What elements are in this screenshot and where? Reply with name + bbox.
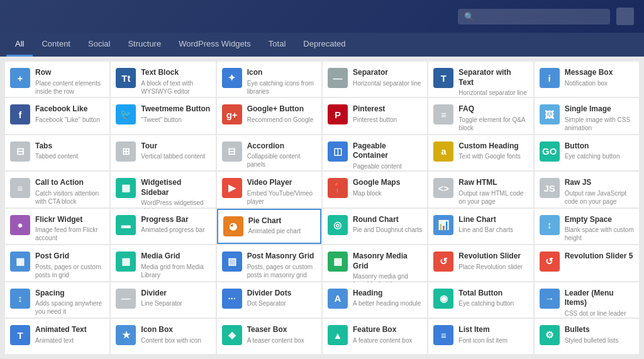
element-card-google-maps[interactable]: 📍 Google Maps Map block xyxy=(323,172,427,207)
element-card-masonry-media-grid[interactable]: ▦ Masonry Media Grid Masonry media grid … xyxy=(323,245,427,280)
element-desc: Output raw JavaScript code on your page xyxy=(565,189,634,206)
element-name: Custom Heading xyxy=(458,141,528,152)
tab-total[interactable]: Total xyxy=(260,33,294,57)
element-icon: JS xyxy=(540,178,560,198)
tab-structure[interactable]: Structure xyxy=(119,33,170,57)
element-desc: A better heading module xyxy=(353,299,422,307)
element-card-flickr-widget[interactable]: ● Flickr Widget Image feed from Flickr a… xyxy=(5,209,109,244)
element-icon: ● xyxy=(10,215,30,235)
element-card-pie-chart[interactable]: ◕ Pie Chart Animated pie chart xyxy=(217,209,321,244)
element-name: Icon xyxy=(247,68,316,78)
element-icon: ▲ xyxy=(328,325,348,345)
element-card-faq[interactable]: ≡ FAQ Toggle element for Q&A block xyxy=(428,98,533,133)
element-card-empty-space[interactable]: ↕ Empty Space Blank space with custom he… xyxy=(535,209,639,244)
search-input[interactable] xyxy=(478,12,604,21)
element-card-pinterest[interactable]: P Pinterest Pinterest button xyxy=(323,98,427,133)
element-card-tweetmeme-button[interactable]: 🐦 Tweetmeme Button "Tweet" button xyxy=(111,98,215,133)
element-card-post-grid[interactable]: ▦ Post Grid Posts, pages or custom posts… xyxy=(5,245,109,280)
element-icon: ≡ xyxy=(433,104,453,124)
element-desc: Content box with icon xyxy=(141,336,210,345)
element-icon: ⚙ xyxy=(540,325,560,345)
element-desc: Eye catching icons from libraries xyxy=(247,79,316,96)
element-desc: Notification box xyxy=(565,79,634,87)
element-desc: Blank space with custom height xyxy=(565,226,634,242)
element-card-revolution-slider-5[interactable]: ↺ Revolution Slider 5 xyxy=(535,245,639,280)
element-name: Revolution Slider 5 xyxy=(565,251,634,262)
element-desc: Text with Google fonts xyxy=(458,152,528,160)
element-desc: Simple image with CSS animation xyxy=(565,116,634,132)
element-name: Call to Action xyxy=(35,178,104,188)
element-card-text-block[interactable]: Tt Text Block A block of text with WYSIW… xyxy=(111,62,215,97)
element-card-progress-bar[interactable]: ▬ Progress Bar Animated progress bar xyxy=(111,209,215,244)
element-card-raw-js[interactable]: JS Raw JS Output raw JavaScript code on … xyxy=(535,172,639,207)
element-card-row[interactable]: + Row Place content elements inside the … xyxy=(5,62,109,97)
element-card-icon-box[interactable]: ★ Icon Box Content box with icon xyxy=(111,319,215,354)
element-name: Accordion xyxy=(247,141,316,152)
element-card-round-chart[interactable]: ◎ Round Chart Pie and Doughnut charts xyxy=(323,209,427,244)
tab-deprecated[interactable]: Deprecated xyxy=(294,33,354,57)
element-desc: Line Separator xyxy=(141,299,210,307)
element-card-separator[interactable]: — Separator Horizontal separator line xyxy=(323,62,427,97)
element-icon: ↕ xyxy=(540,215,560,235)
element-name: Pinterest xyxy=(353,104,422,114)
element-name: Total Button xyxy=(458,289,528,299)
element-icon: ◫ xyxy=(328,141,348,162)
element-card-feature-box[interactable]: ▲ Feature Box A feature content box xyxy=(323,319,427,354)
element-card-raw-html[interactable]: <> Raw HTML Output raw HTML code on your… xyxy=(428,172,533,207)
element-card-post-masonry-grid[interactable]: ▧ Post Masonry Grid Posts, pages or cust… xyxy=(217,245,321,280)
element-card-tabs[interactable]: ⊟ Tabs Tabbed content xyxy=(5,135,109,170)
element-card-media-grid[interactable]: ▦ Media Grid Media grid from Media Libra… xyxy=(111,245,215,280)
element-name: Raw JS xyxy=(565,178,634,188)
element-name: Pie Chart xyxy=(248,216,315,226)
element-card-single-image[interactable]: 🖼 Single Image Simple image with CSS ani… xyxy=(535,98,639,133)
close-button[interactable] xyxy=(616,8,634,25)
element-card-pageable-container[interactable]: ◫ Pageable Container Pageable content co… xyxy=(323,135,427,170)
element-name: Bullets xyxy=(565,325,634,335)
element-card-total-button[interactable]: ◉ Total Button Eye catching button xyxy=(428,282,533,318)
modal-header: 🔍 xyxy=(0,0,644,33)
element-card-divider[interactable]: — Divider Line Separator xyxy=(111,282,215,318)
element-card-revolution-slider[interactable]: ↺ Revolution Slider Place Revolution sli… xyxy=(428,245,533,280)
element-desc: Styled bulleted lists xyxy=(565,336,634,345)
element-card-divider-dots[interactable]: ··· Divider Dots Dot Separator xyxy=(217,282,321,318)
element-icon: <> xyxy=(433,178,453,198)
element-name: Heading xyxy=(353,289,422,299)
element-card-teaser-box[interactable]: ◈ Teaser Box A teaser content box xyxy=(217,319,321,354)
element-card-animated-text[interactable]: T Animated Text Animated text xyxy=(5,319,109,354)
tab-social[interactable]: Social xyxy=(79,33,119,57)
element-card-leader-(menu-items)[interactable]: → Leader (Menu Items) CSS dot or line le… xyxy=(535,282,639,318)
element-card-heading[interactable]: A Heading A better heading module xyxy=(323,282,427,318)
element-card-video-player[interactable]: ▶ Video Player Embed YouTube/Vimeo playe… xyxy=(217,172,321,207)
element-card-line-chart[interactable]: 📊 Line Chart Line and Bar charts xyxy=(428,209,533,244)
element-card-call-to-action[interactable]: ≡ Call to Action Catch visitors attentio… xyxy=(5,172,109,207)
element-name: Post Masonry Grid xyxy=(247,251,316,262)
element-card-list-item[interactable]: ≡ List Item Font icon list item xyxy=(428,319,533,354)
element-card-accordion[interactable]: ⊟ Accordion Collapsible content panels xyxy=(217,135,321,170)
tab-wordpress-widgets[interactable]: WordPress Widgets xyxy=(170,33,260,57)
search-box[interactable]: 🔍 xyxy=(458,9,610,25)
element-icon: T xyxy=(10,325,30,345)
element-icon: a xyxy=(433,141,453,162)
element-desc: Animated text xyxy=(35,336,104,345)
tab-content[interactable]: Content xyxy=(33,33,79,57)
element-card-bullets[interactable]: ⚙ Bullets Styled bulleted lists xyxy=(535,319,639,354)
element-name: Facebook Like xyxy=(35,104,104,114)
element-card-tour[interactable]: ⊞ Tour Vertical tabbed content xyxy=(111,135,215,170)
element-card-button[interactable]: GO Button Eye catching button xyxy=(535,135,639,170)
element-icon: ⊟ xyxy=(10,141,30,162)
tab-all[interactable]: All xyxy=(6,33,33,57)
element-card-icon[interactable]: ✦ Icon Eye catching icons from libraries xyxy=(217,62,321,97)
element-name: Message Box xyxy=(565,68,634,78)
element-card-message-box[interactable]: i Message Box Notification box xyxy=(535,62,639,97)
element-card-google+-button[interactable]: g+ Google+ Button Recommend on Google xyxy=(217,98,321,133)
element-card-widgetised-sidebar[interactable]: ▦ Widgetised Sidebar WordPress widgetise… xyxy=(111,172,215,207)
element-name: Single Image xyxy=(565,104,634,114)
element-name: Text Block xyxy=(141,68,210,78)
element-card-custom-heading[interactable]: a Custom Heading Text with Google fonts xyxy=(428,135,533,170)
element-card-separator-with-text[interactable]: T Separator with Text Horizontal separat… xyxy=(428,62,533,97)
elements-grid: + Row Place content elements inside the … xyxy=(0,57,644,359)
element-icon: T xyxy=(433,68,453,88)
search-icon: 🔍 xyxy=(464,12,474,21)
element-card-spacing[interactable]: ↕ Spacing Adds spacing anywhere you need… xyxy=(5,282,109,318)
element-card-facebook-like[interactable]: f Facebook Like Facebook "Like" button xyxy=(5,98,109,133)
